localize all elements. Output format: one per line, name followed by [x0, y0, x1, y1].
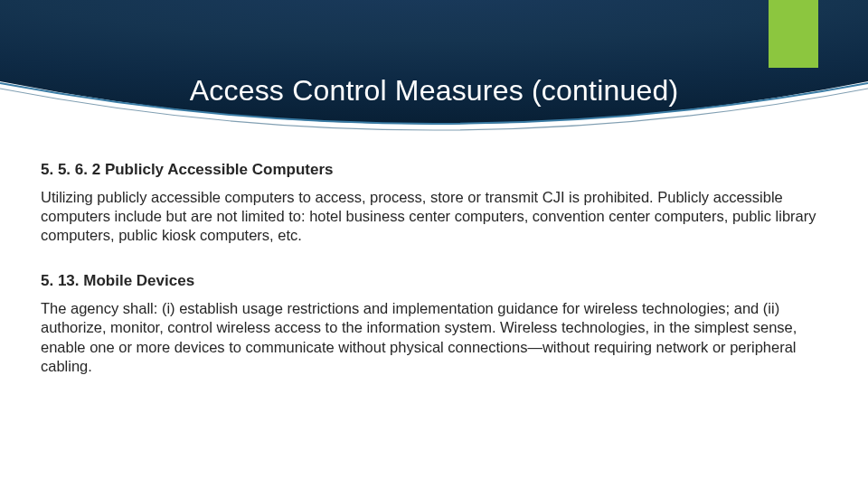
- slide-title: Access Control Measures (continued): [0, 74, 868, 108]
- slide: Access Control Measures (continued) 5. 5…: [0, 0, 868, 488]
- slide-body: 5. 5. 6. 2 Publicly Accessible Computers…: [41, 161, 827, 403]
- slide-header: Access Control Measures (continued): [0, 0, 868, 154]
- section-heading: 5. 13. Mobile Devices: [41, 272, 827, 290]
- accent-rectangle: [769, 0, 818, 68]
- section-heading: 5. 5. 6. 2 Publicly Accessible Computers: [41, 161, 827, 179]
- section-paragraph: The agency shall: (i) establish usage re…: [41, 299, 827, 375]
- section-paragraph: Utilizing publicly accessible computers …: [41, 188, 827, 245]
